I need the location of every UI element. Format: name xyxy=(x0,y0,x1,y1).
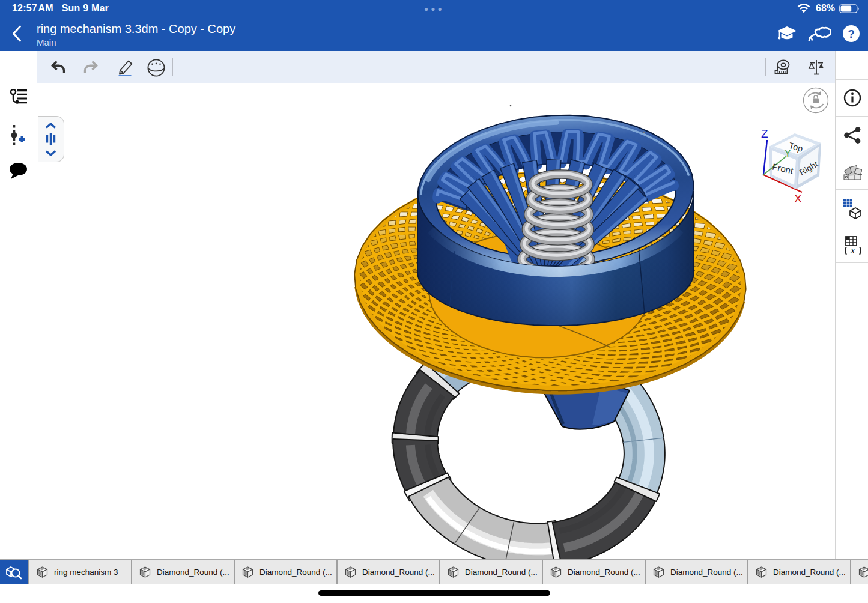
svg-text:Z: Z xyxy=(761,127,768,140)
svg-text:X: X xyxy=(794,192,802,205)
svg-text:?: ? xyxy=(848,28,855,40)
svg-text:x: x xyxy=(850,244,855,255)
